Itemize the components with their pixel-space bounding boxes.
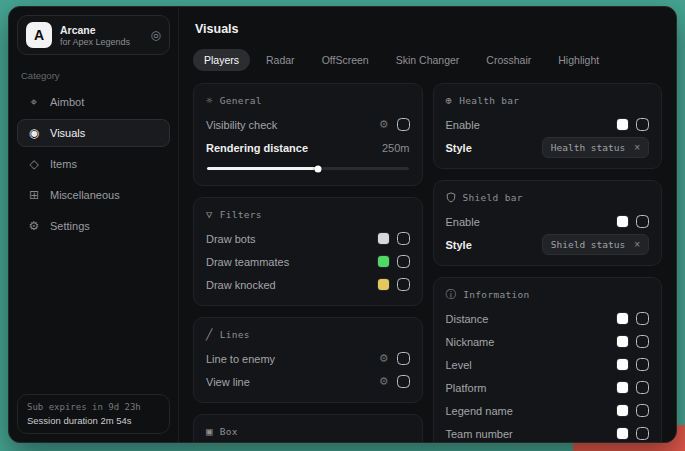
gear-icon[interactable]: ⚙	[379, 353, 389, 364]
section-general: ☼ General Visibility check ⚙ Rendering d…	[193, 83, 423, 186]
color-swatch[interactable]	[617, 405, 628, 416]
slider-thumb[interactable]	[314, 165, 321, 172]
row-label: Enable	[446, 119, 480, 131]
checkbox[interactable]	[397, 278, 410, 291]
section-title: Filters	[220, 209, 262, 220]
row-controls	[617, 427, 649, 440]
tab-bar: Players Radar OffScreen Skin Changer Cro…	[193, 49, 662, 71]
app-logo-card: A Arcane for Apex Legends ◎	[17, 15, 170, 55]
nav-item-label: Items	[50, 158, 77, 170]
setting-row: Rendering distance 250m	[206, 137, 410, 158]
color-swatch[interactable]	[378, 256, 389, 267]
tab[interactable]: Radar	[255, 49, 306, 71]
row-label: Rendering distance	[206, 142, 308, 154]
slider-fill	[207, 167, 318, 170]
checkbox[interactable]	[397, 375, 410, 388]
color-swatch[interactable]	[617, 359, 628, 370]
sidebar-nav-item[interactable]: ⚙ Settings	[17, 212, 170, 240]
color-swatch[interactable]	[617, 313, 628, 324]
section-title: Lines	[220, 329, 250, 340]
app-title-block: Arcane for Apex Legends	[60, 24, 130, 47]
section-title: Information	[463, 289, 529, 300]
sidebar-nav-item[interactable]: ⌖ Aimbot	[17, 88, 170, 116]
section-health-bar: ⊕ Health bar Enable Style Health stat	[433, 83, 663, 169]
health-enable-checkbox[interactable]	[636, 118, 649, 131]
row-label: Distance	[446, 313, 489, 325]
color-swatch[interactable]	[617, 336, 628, 347]
color-swatch[interactable]	[617, 382, 628, 393]
box-icon: ▣	[206, 426, 213, 437]
tab[interactable]: Crosshair	[475, 49, 542, 71]
row-label: View line	[206, 376, 250, 388]
shield-enable-checkbox[interactable]	[636, 215, 649, 228]
app-logo: A	[26, 22, 52, 48]
row-controls: ⚙	[379, 375, 410, 388]
right-column: ⊕ Health bar Enable Style Health stat	[433, 83, 663, 430]
settings-columns: ☼ General Visibility check ⚙ Rendering d…	[193, 83, 662, 430]
gear-icon[interactable]: ⚙	[379, 376, 389, 387]
setting-row: Distance	[446, 308, 650, 329]
clear-icon[interactable]: ×	[634, 239, 640, 250]
info-icon: ⓘ	[446, 289, 457, 300]
checkbox[interactable]	[397, 232, 410, 245]
row-label: Nickname	[446, 336, 495, 348]
row-controls	[617, 358, 649, 371]
checkbox[interactable]	[397, 352, 410, 365]
section-title: Shield bar	[463, 192, 523, 203]
row-label: Level	[446, 359, 472, 371]
color-swatch[interactable]	[617, 428, 628, 439]
clear-icon[interactable]: ×	[634, 142, 640, 153]
visibility-check-checkbox[interactable]	[397, 118, 410, 131]
gear-icon[interactable]: ⚙	[379, 119, 389, 130]
rendering-distance-slider[interactable]	[207, 167, 409, 170]
setting-row: Legend name	[446, 400, 650, 421]
row-controls	[378, 278, 410, 291]
checkbox[interactable]	[636, 358, 649, 371]
aimbot-crosshair-icon: ⌖	[27, 96, 41, 108]
checkbox[interactable]	[636, 381, 649, 394]
section-filters: ▽ Filters Draw bots Draw teammates Draw …	[193, 197, 423, 306]
color-swatch[interactable]	[617, 216, 628, 227]
shield-style-select[interactable]: Shield status ×	[542, 234, 649, 255]
row-label: Visibility check	[206, 119, 277, 131]
setting-row: View line ⚙	[206, 371, 410, 392]
left-column: ☼ General Visibility check ⚙ Rendering d…	[193, 83, 423, 430]
tab[interactable]: Skin Changer	[385, 49, 471, 71]
checkbox[interactable]	[636, 335, 649, 348]
sidebar-nav-item[interactable]: ◉ Visuals	[17, 119, 170, 147]
setting-row: Style Health status ×	[446, 137, 650, 158]
row-label: Line to enemy	[206, 353, 275, 365]
section-header: ⓘ Information	[446, 289, 650, 300]
setting-row: Style Shield status ×	[446, 234, 650, 255]
checkbox[interactable]	[636, 404, 649, 417]
shield-icon	[446, 192, 456, 203]
checkbox[interactable]	[636, 312, 649, 325]
section-header: ╱ Lines	[206, 329, 410, 340]
crosshair-icon[interactable]: ◎	[151, 28, 161, 42]
settings-gear-icon: ⚙	[27, 220, 41, 232]
nav-item-label: Visuals	[50, 127, 85, 139]
setting-row: Platform	[446, 377, 650, 398]
color-swatch[interactable]	[378, 233, 389, 244]
sidebar-nav-item[interactable]: ◇ Items	[17, 150, 170, 178]
section-header: ▣ Box	[206, 426, 410, 437]
page-title: Visuals	[195, 22, 662, 36]
visuals-eye-icon: ◉	[27, 127, 41, 139]
setting-row: Draw bots	[206, 228, 410, 249]
checkbox[interactable]	[397, 255, 410, 268]
health-style-select[interactable]: Health status ×	[542, 137, 649, 158]
row-label: Platform	[446, 382, 487, 394]
row-controls: ⚙	[379, 118, 410, 131]
sidebar-nav-item[interactable]: ⊞ Miscellaneous	[17, 181, 170, 209]
tab-label: Highlight	[558, 54, 599, 66]
section-header: ⊕ Health bar	[446, 95, 650, 106]
checkbox[interactable]	[636, 427, 649, 440]
setting-row: Nickname	[446, 331, 650, 352]
tab[interactable]: OffScreen	[311, 49, 380, 71]
tab[interactable]: Players	[193, 49, 250, 71]
color-swatch[interactable]	[617, 119, 628, 130]
color-swatch[interactable]	[378, 279, 389, 290]
row-controls	[378, 255, 410, 268]
row-label: Draw knocked	[206, 279, 276, 291]
tab[interactable]: Highlight	[547, 49, 610, 71]
